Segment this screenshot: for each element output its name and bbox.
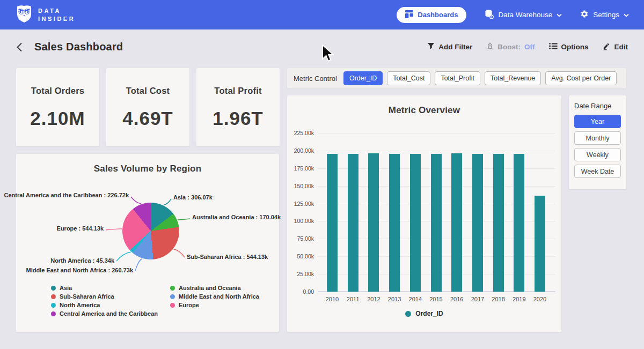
pie-label-2: Sub-Saharan Africa : 544.13k	[187, 254, 268, 260]
bar-2011[interactable]	[348, 154, 358, 292]
bar-ytick: 50.00k	[288, 253, 314, 259]
brand: DATA INSIDER	[16, 5, 75, 25]
metric-chip-avg--cost-per-order[interactable]: Avg. Cost per Order	[545, 71, 617, 85]
pie-legend-item[interactable]: Central America and the Caribbean	[51, 310, 154, 317]
pie-leader-line	[106, 229, 122, 230]
pie-legend-label: Australia and Oceania	[179, 285, 241, 291]
add-filter-button[interactable]: Add Filter	[427, 42, 472, 51]
kpi-label: Total Cost	[126, 86, 170, 96]
pie-legend-item[interactable]: Australia and Oceania	[170, 285, 273, 291]
pie-label-4: North America : 45.34k	[50, 257, 114, 264]
bar-xtick: 2017	[467, 296, 488, 302]
edit-button[interactable]: Edit	[603, 42, 628, 52]
bar-2013[interactable]	[389, 154, 400, 292]
metric-chip-order-id[interactable]: Order_ID	[343, 71, 383, 85]
bar-2017[interactable]	[472, 154, 483, 292]
bar-ytick: 150.00k	[288, 183, 314, 189]
boost-toggle[interactable]: Boost:Off	[486, 42, 535, 52]
chevron-down-icon	[624, 11, 629, 19]
settings-label: Settings	[593, 11, 619, 19]
kpi-value: 4.69T	[122, 108, 173, 129]
pie-chart-title: Sales Volume by Region	[16, 154, 279, 174]
pie-legend-label: North America	[60, 302, 100, 308]
bar-ytick: 25.00k	[288, 271, 314, 277]
pie-legend: AsiaSub-Saharan AfricaNorth AmericaCentr…	[51, 285, 273, 317]
pie-legend-label: Middle East and North Africa	[179, 293, 259, 300]
date-range-year[interactable]: Year	[574, 115, 621, 128]
bar-2016[interactable]	[451, 153, 462, 292]
date-range-week-date[interactable]: Week Date	[574, 165, 621, 178]
pie-label-1: Australia and Oceania : 170.04k	[192, 214, 281, 220]
bar-chart-legend[interactable]: Order_ID	[287, 310, 561, 317]
pie-label-3: Middle East and North Africa : 260.73k	[26, 267, 133, 273]
bar-ytick: 100.00k	[288, 218, 314, 224]
bar-2019[interactable]	[514, 154, 524, 292]
bar-xtick: 2016	[446, 296, 467, 302]
back-button[interactable]	[16, 42, 23, 52]
bar-2014[interactable]	[410, 154, 421, 292]
legend-dot-icon	[405, 311, 411, 317]
dashboards-grid-icon	[405, 10, 413, 20]
pie-chart[interactable]	[122, 203, 179, 259]
legend-dot-icon	[51, 286, 56, 291]
date-range-panel: Date Range YearMonthlyWeeklyWeek Date	[569, 95, 626, 189]
date-range-monthly[interactable]: Monthly	[574, 131, 621, 145]
metric-chips: Order_IDTotal_CostTotal_ProfitTotal_Reve…	[343, 71, 617, 85]
bar-chart-card: Metric Overview 225.00k200.00k175.00k150…	[287, 95, 561, 332]
pie-legend-item[interactable]: Europe	[170, 302, 273, 308]
bar-xtick: 2011	[342, 296, 364, 302]
bar-ytick: 200.00k	[288, 147, 314, 154]
filter-funnel-icon	[427, 42, 435, 51]
chevron-down-icon	[557, 11, 562, 19]
boost-rocket-icon	[486, 42, 494, 52]
owl-logo-icon	[16, 5, 32, 25]
legend-dot-icon	[170, 294, 175, 299]
settings-menu[interactable]: Settings	[580, 10, 629, 20]
bar-gridline	[318, 151, 555, 151]
top-navbar: DATA INSIDER Dashboards	[0, 0, 644, 29]
bar-ytick: 225.00k	[288, 130, 314, 136]
metric-chip-total-cost[interactable]: Total_Cost	[387, 71, 430, 85]
data-warehouse-menu[interactable]: Data Warehouse	[485, 10, 562, 20]
pie-legend-item[interactable]: North America	[51, 302, 154, 308]
legend-dot-icon	[51, 311, 56, 316]
pie-legend-item[interactable]: Middle East and North Africa	[170, 293, 273, 300]
pie-leader-line	[164, 199, 171, 205]
date-range-weekly[interactable]: Weekly	[574, 148, 621, 161]
pie-label-5: Europe : 544.13k	[57, 225, 104, 232]
bar-ytick: 0.00	[288, 288, 314, 295]
metric-control-bar: Metric Control Order_IDTotal_CostTotal_P…	[287, 68, 626, 88]
pie-label-0: Asia : 306.07k	[173, 194, 213, 201]
metric-chip-total-revenue[interactable]: Total_Revenue	[485, 71, 541, 85]
kpi-label: Total Orders	[31, 86, 84, 96]
pie-chart-card: Sales Volume by Region Asia : 306.07kAus…	[16, 154, 279, 332]
pie-leader-line	[116, 252, 131, 261]
bar-ytick: 125.00k	[288, 201, 314, 207]
bar-chart: 225.00k200.00k175.00k150.00k125.00k100.0…	[287, 95, 561, 332]
date-range-label: Date Range	[574, 102, 621, 110]
brand-line1: DATA	[38, 8, 75, 14]
bar-xtick: 2010	[321, 296, 343, 302]
bar-legend-label: Order_ID	[415, 310, 443, 317]
kpi-card-total-orders: Total Orders2.10M	[16, 68, 99, 146]
pie-legend-column: Australia and OceaniaMiddle East and Nor…	[170, 285, 273, 317]
bar-xtick: 2020	[529, 296, 551, 302]
bar-xtick: 2015	[426, 296, 447, 302]
kpi-label: Total Profit	[214, 86, 261, 96]
dashboards-label: Dashboards	[418, 11, 458, 19]
options-button[interactable]: Options	[549, 42, 589, 51]
page-title: Sales Dashboard	[34, 41, 123, 53]
dashboards-button[interactable]: Dashboards	[397, 7, 466, 23]
metric-chip-total-profit[interactable]: Total_Profit	[435, 71, 480, 85]
bar-2020[interactable]	[535, 196, 545, 292]
pie-legend-column: AsiaSub-Saharan AfricaNorth AmericaCentr…	[51, 285, 154, 317]
bar-2018[interactable]	[493, 154, 504, 292]
bar-2015[interactable]	[431, 154, 442, 292]
pie-legend-item[interactable]: Asia	[51, 285, 154, 291]
bar-2012[interactable]	[368, 153, 379, 292]
metric-control-label: Metric Control	[294, 75, 337, 83]
pie-label-6: Central America and the Caribbean : 226.…	[4, 192, 129, 198]
pie-legend-item[interactable]: Sub-Saharan Africa	[51, 293, 154, 300]
pie-leader-line	[178, 219, 190, 220]
bar-2010[interactable]	[327, 154, 338, 292]
